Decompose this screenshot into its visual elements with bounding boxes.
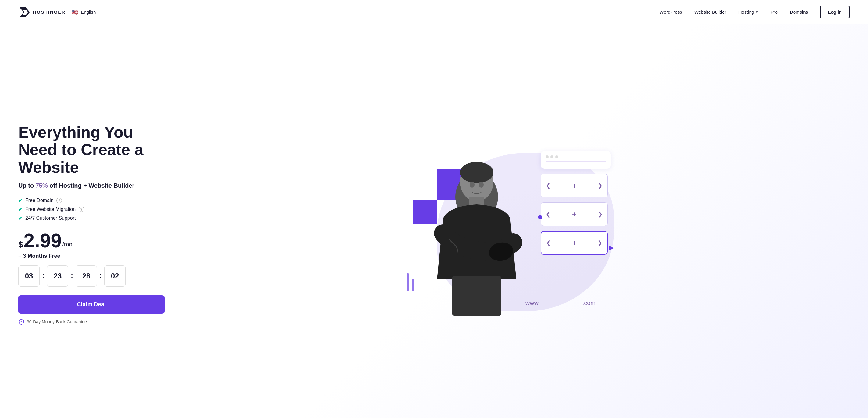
url-bar: www. .com [525, 299, 595, 307]
url-suffix: .com [582, 299, 595, 306]
nav-link-domains[interactable]: Domains [790, 9, 808, 14]
nav-link-wordpress[interactable]: WordPress [659, 9, 682, 14]
countdown-timer: 03 : 23 : 28 : 02 [18, 265, 164, 287]
svg-point-2 [460, 162, 493, 183]
brand-name: HOSTINGER [33, 9, 65, 14]
vert-bars [407, 273, 414, 291]
hero-section: Everything You Need to Create a Website … [0, 24, 868, 418]
guarantee-row: 30-Day Money-Back Guarantee [18, 319, 164, 325]
ui-card-2: ❮ + ❯ [541, 202, 608, 226]
price-amount: 2.99 [24, 231, 62, 251]
feature-label-1: Free Domain [25, 198, 53, 203]
countdown-sep-3: : [99, 271, 102, 280]
guarantee-label: 30-Day Money-Back Guarantee [27, 319, 87, 324]
svg-point-7 [479, 182, 484, 188]
url-underline [543, 299, 579, 307]
features-list: ✔ Free Domain ? ✔ Free Website Migration… [18, 198, 164, 221]
check-icon-2: ✔ [18, 206, 22, 212]
countdown-seconds: 28 [75, 265, 97, 287]
vbar-2 [412, 279, 414, 291]
help-icon-1[interactable]: ? [56, 198, 62, 203]
browser-dot-2 [551, 155, 554, 158]
feature-migration: ✔ Free Website Migration ? [18, 206, 164, 212]
url-prefix: www. [525, 299, 540, 306]
check-icon-3: ✔ [18, 215, 22, 221]
card-plus-3: + [572, 239, 576, 247]
countdown-sep-2: : [71, 271, 73, 280]
card-arrow-left-3: ❮ [546, 239, 551, 246]
hero-left: Everything You Need to Create a Website … [18, 124, 164, 325]
hero-title: Everything You Need to Create a Website [18, 124, 164, 176]
ui-card-1: ❮ + ❯ [541, 174, 608, 197]
countdown-fractions: 02 [104, 265, 126, 287]
nav-link-hosting[interactable]: Hosting ▼ [739, 9, 758, 14]
browser-dot-3 [555, 155, 558, 158]
price-block: $ 2.99 /mo [18, 231, 164, 251]
hero-subtitle: Up to 75% off Hosting + Website Builder [18, 182, 164, 189]
price-period: /mo [62, 241, 72, 251]
help-icon-2[interactable]: ? [79, 206, 84, 212]
card-arrow-right-1: ❯ [598, 182, 602, 189]
hero-right: ❮ + ❯ ❮ + ❯ ❮ + [164, 133, 850, 316]
language-selector[interactable]: 🇺🇸 English [72, 9, 96, 15]
subtitle-prefix: Up to [18, 182, 36, 189]
subtitle-discount: 75% [36, 182, 48, 189]
cursor-icon: ▶ [609, 244, 614, 252]
ui-card-3: ❮ + ❯ [541, 231, 608, 255]
price-bonus: + 3 Months Free [18, 253, 164, 259]
check-icon-1: ✔ [18, 198, 22, 203]
flag-icon: 🇺🇸 [72, 9, 78, 15]
browser-card-top [541, 151, 611, 169]
feature-label-2: Free Website Migration [25, 206, 75, 212]
claim-deal-button[interactable]: Claim Deal [18, 295, 164, 314]
right-line [616, 182, 616, 243]
countdown-minutes: 23 [47, 265, 68, 287]
separator [546, 161, 606, 162]
logo-icon [18, 7, 30, 17]
login-button[interactable]: Log in [820, 6, 850, 18]
feature-support: ✔ 24/7 Customer Support [18, 215, 164, 221]
card-arrow-left-1: ❮ [546, 182, 551, 189]
card-plus-1: + [572, 182, 576, 190]
nav-right: WordPress Website Builder Hosting ▼ Pro … [659, 6, 850, 18]
hero-image-area: ❮ + ❯ ❮ + ❯ ❮ + [401, 133, 614, 316]
nav-left: HOSTINGER 🇺🇸 English [18, 7, 96, 17]
countdown-hours: 03 [18, 265, 40, 287]
hosting-dropdown-arrow: ▼ [755, 10, 758, 14]
vbar-1 [407, 273, 409, 291]
svg-rect-5 [452, 276, 501, 316]
card-arrow-right-3: ❯ [598, 239, 602, 246]
nav-link-website-builder[interactable]: Website Builder [694, 9, 726, 14]
card-plus-2: + [572, 210, 576, 218]
navbar: HOSTINGER 🇺🇸 English WordPress Website B… [0, 0, 868, 24]
svg-point-6 [470, 182, 474, 188]
subtitle-suffix: off Hosting + Website Builder [48, 182, 135, 189]
browser-dot-1 [546, 155, 549, 158]
shield-icon [18, 319, 24, 325]
language-label: English [81, 9, 96, 14]
card-arrow-left-2: ❮ [546, 211, 551, 218]
price-row: $ 2.99 /mo [18, 231, 164, 251]
price-dollar: $ [18, 240, 23, 250]
feature-free-domain: ✔ Free Domain ? [18, 198, 164, 203]
purple-dot-indicator [538, 215, 542, 219]
countdown-sep-1: : [42, 271, 44, 280]
card-arrow-right-2: ❯ [598, 211, 602, 218]
ui-cards-container: ❮ + ❯ ❮ + ❯ ❮ + [541, 151, 611, 255]
logo[interactable]: HOSTINGER [18, 7, 65, 17]
feature-label-3: 24/7 Customer Support [25, 215, 75, 221]
dashed-line [513, 169, 513, 273]
nav-link-pro[interactable]: Pro [771, 9, 777, 14]
